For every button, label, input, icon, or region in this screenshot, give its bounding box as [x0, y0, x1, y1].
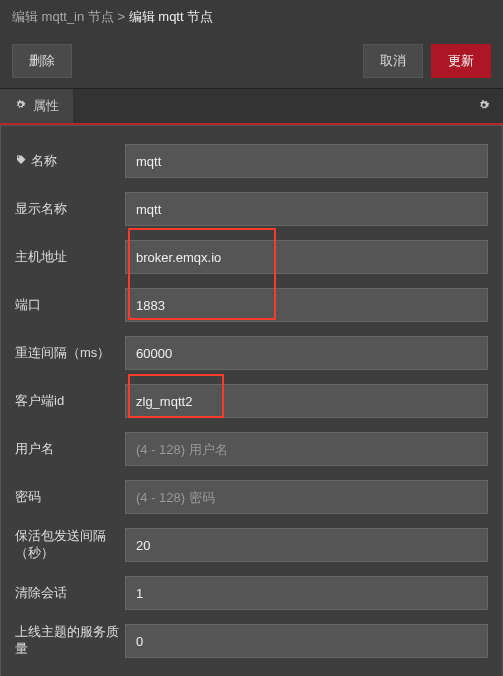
tab-properties-label: 属性: [33, 97, 59, 115]
breadcrumb-current: 编辑 mqtt 节点: [129, 9, 214, 24]
tab-properties[interactable]: 属性: [0, 89, 74, 123]
reconnect-input[interactable]: [125, 336, 488, 370]
display-name-input[interactable]: [125, 192, 488, 226]
breadcrumb-parent[interactable]: 编辑 mqtt_in 节点: [12, 9, 114, 24]
port-input[interactable]: [125, 288, 488, 322]
display-name-label: 显示名称: [15, 200, 125, 218]
host-label: 主机地址: [15, 248, 125, 266]
name-label: 名称: [15, 152, 125, 170]
password-label: 密码: [15, 488, 125, 506]
breadcrumb: 编辑 mqtt_in 节点 > 编辑 mqtt 节点: [0, 0, 503, 34]
form-container: 名称 显示名称 主机地址 端口 重连间隔（ms） 客户端id 用户名: [0, 125, 503, 676]
username-input[interactable]: [125, 432, 488, 466]
settings-icon[interactable]: [465, 90, 503, 123]
keepalive-input[interactable]: [125, 528, 488, 562]
host-input[interactable]: [125, 240, 488, 274]
keepalive-label: 保活包发送间隔（秒）: [15, 528, 125, 562]
update-button[interactable]: 更新: [431, 44, 491, 78]
client-id-input[interactable]: [125, 384, 488, 418]
clean-session-label: 清除会话: [15, 584, 125, 602]
birth-qos-label: 上线主题的服务质量: [15, 624, 125, 658]
gear-icon: [14, 98, 27, 114]
toolbar: 删除 取消 更新: [0, 34, 503, 88]
username-label: 用户名: [15, 440, 125, 458]
breadcrumb-separator: >: [117, 9, 125, 24]
password-input[interactable]: [125, 480, 488, 514]
delete-button[interactable]: 删除: [12, 44, 72, 78]
clean-session-input[interactable]: [125, 576, 488, 610]
tabs-bar: 属性: [0, 88, 503, 125]
birth-qos-input[interactable]: [125, 624, 488, 658]
port-label: 端口: [15, 296, 125, 314]
tag-icon: [15, 154, 27, 169]
reconnect-label: 重连间隔（ms）: [15, 344, 125, 362]
client-id-label: 客户端id: [15, 392, 125, 410]
cancel-button[interactable]: 取消: [363, 44, 423, 78]
name-input[interactable]: [125, 144, 488, 178]
